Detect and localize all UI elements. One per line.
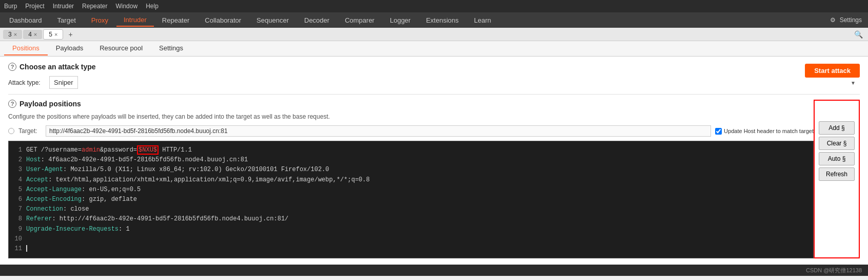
footer-text: CSDN @研究僧12138 — [806, 267, 862, 274]
tab-sequencer[interactable]: Sequencer — [249, 14, 296, 26]
request-line-4: 4 Accept: text/html,application/xhtml+xm… — [13, 175, 809, 185]
line-num-5: 5 — [13, 185, 22, 195]
menu-window[interactable]: Window — [115, 3, 137, 10]
menu-help[interactable]: Help — [146, 3, 159, 10]
footer: CSDN @研究僧12138 — [0, 265, 868, 276]
auto-section-button[interactable]: Auto § — [819, 152, 855, 165]
line-content-4: Accept: text/html,application/xhtml+xml,… — [26, 175, 370, 185]
request-line-6: 6 Accept-Encoding: gzip, deflate — [13, 195, 809, 204]
request-line-7: 7 Connection: close — [13, 204, 809, 214]
line-content-6: Accept-Encoding: gzip, deflate — [26, 195, 137, 204]
attack-type-select-wrapper: Sniper — [49, 76, 860, 89]
update-host-row: Update Host header to match target — [715, 128, 814, 135]
tab-dashboard[interactable]: Dashboard — [2, 14, 49, 26]
target-input[interactable] — [46, 125, 711, 137]
line-content-8: Referer: http://4f6aac2b-492e-4991-bd5f-… — [26, 214, 288, 224]
tab-collaborator[interactable]: Collaborator — [198, 14, 248, 26]
instance-tab-5[interactable]: 5 × — [43, 29, 63, 40]
line-content-2: Host: 4f6aac2b-492e-4991-bd5f-2816b5fd56… — [26, 155, 248, 165]
request-line-2: 2 Host: 4f6aac2b-492e-4991-bd5f-2816b5fd… — [13, 155, 809, 165]
line-content-5: Accept-Language: en-US,en;q=0.5 — [26, 185, 141, 195]
nav-tabs-left: Dashboard Target Proxy Intruder Repeater… — [2, 14, 498, 27]
tab-3-close[interactable]: × — [14, 31, 17, 38]
update-host-label: Update Host header to match target — [724, 128, 814, 134]
add-tab-button[interactable]: + — [64, 29, 76, 40]
attack-type-section-title: ? Choose an attack type — [8, 63, 860, 71]
line-num-3: 3 — [13, 165, 22, 175]
attack-type-select[interactable]: Sniper — [49, 76, 78, 89]
tab-repeater[interactable]: Repeater — [155, 14, 196, 26]
menu-repeater[interactable]: Repeater — [82, 3, 107, 10]
tab-comparer[interactable]: Comparer — [338, 14, 382, 26]
request-line-1: 1 GET /?username=admin&password=$NXU$ HT… — [13, 145, 809, 155]
nav-settings: ⚙ Settings — [830, 16, 866, 24]
line-content-1: GET /?username=admin&password=$NXU$ HTTP… — [26, 145, 192, 155]
tab-extensions[interactable]: Extensions — [419, 14, 466, 26]
line-content-10 — [26, 234, 30, 244]
nav-tabs: Dashboard Target Proxy Intruder Repeater… — [0, 12, 868, 28]
line-num-2: 2 — [13, 155, 22, 165]
payload-positions-title-row: ? Payload positions — [8, 100, 814, 108]
payload-positions-description: Configure the positions where payloads w… — [8, 113, 814, 120]
tab-learn[interactable]: Learn — [467, 14, 498, 26]
target-radio[interactable] — [8, 128, 14, 134]
request-editor[interactable]: 1 GET /?username=admin&password=$NXU$ HT… — [8, 141, 814, 258]
menu-project[interactable]: Project — [25, 3, 44, 10]
sub-tab-resource-pool[interactable]: Resource pool — [91, 42, 151, 55]
start-attack-button[interactable]: Start attack — [805, 64, 860, 78]
instance-tab-3[interactable]: 3 × — [3, 30, 22, 39]
target-row: Target: Update Host header to match targ… — [8, 125, 814, 137]
refresh-button[interactable]: Refresh — [819, 167, 855, 181]
tab-5-close[interactable]: × — [54, 31, 57, 38]
update-host-checkbox[interactable] — [715, 128, 722, 135]
right-panel: Add § Clear § Auto § Refresh — [814, 100, 860, 258]
cursor-blink — [26, 245, 27, 252]
tab-intruder[interactable]: Intruder — [116, 14, 154, 27]
tab-logger[interactable]: Logger — [383, 14, 418, 26]
attack-type-help-icon[interactable]: ? — [8, 63, 16, 71]
line-num-6: 6 — [13, 195, 22, 204]
settings-gear-icon: ⚙ — [830, 16, 836, 24]
line-num-8: 8 — [13, 214, 22, 224]
menu-intruder[interactable]: Intruder — [53, 3, 74, 10]
tab-target[interactable]: Target — [50, 14, 83, 26]
payload-positions-help-icon[interactable]: ? — [8, 100, 16, 108]
request-line-8: 8 Referer: http://4f6aac2b-492e-4991-bd5… — [13, 214, 809, 224]
request-line-3: 3 User-Agent: Mozilla/5.0 (X11; Linux x8… — [13, 165, 809, 175]
main-content: Start attack ? Choose an attack type Att… — [0, 57, 868, 265]
line-num-9: 9 — [13, 225, 22, 234]
request-line-5: 5 Accept-Language: en-US,en;q=0.5 — [13, 185, 809, 195]
menu-burp[interactable]: Burp — [4, 3, 17, 10]
menu-bar: Burp Project Intruder Repeater Window He… — [0, 0, 868, 12]
instance-tab-4[interactable]: 4 × — [23, 30, 42, 39]
sub-tab-positions[interactable]: Positions — [4, 42, 48, 55]
line-content-3: User-Agent: Mozilla/5.0 (X11; Linux x86_… — [26, 165, 329, 175]
attack-type-label: Attack type: — [8, 79, 44, 86]
payload-positions-area: ? Payload positions Configure the positi… — [8, 100, 860, 258]
line-num-4: 4 — [13, 175, 22, 185]
line-content-11 — [26, 244, 27, 254]
settings-label[interactable]: Settings — [840, 16, 862, 24]
line-num-10: 10 — [13, 234, 22, 244]
tab-decoder[interactable]: Decoder — [297, 14, 337, 26]
tab-4-close[interactable]: × — [34, 31, 37, 38]
tab-5-label: 5 — [49, 31, 52, 38]
target-label: Target: — [18, 127, 42, 135]
sub-tab-payloads[interactable]: Payloads — [48, 42, 91, 55]
clear-section-button[interactable]: Clear § — [819, 137, 855, 150]
search-icon[interactable]: 🔍 — [854, 30, 865, 39]
line-content-9: Upgrade-Insecure-Requests: 1 — [26, 225, 130, 234]
line-content-7: Connection: close — [26, 204, 89, 214]
tab-proxy[interactable]: Proxy — [84, 14, 115, 26]
username-value: admin — [82, 146, 100, 154]
payload-left-panel: ? Payload positions Configure the positi… — [8, 100, 814, 258]
sub-tab-settings[interactable]: Settings — [151, 42, 191, 55]
instance-tabs: 3 × 4 × 5 × + 🔍 — [0, 28, 868, 41]
tab-3-label: 3 — [8, 31, 12, 38]
request-line-10: 10 — [13, 234, 809, 244]
sub-tabs: Positions Payloads Resource pool Setting… — [0, 41, 868, 57]
attack-type-heading: Choose an attack type — [19, 63, 96, 71]
request-line-11: 11 — [13, 244, 809, 254]
payload-marker: $NXU$ — [137, 145, 159, 155]
add-section-button[interactable]: Add § — [819, 121, 855, 135]
